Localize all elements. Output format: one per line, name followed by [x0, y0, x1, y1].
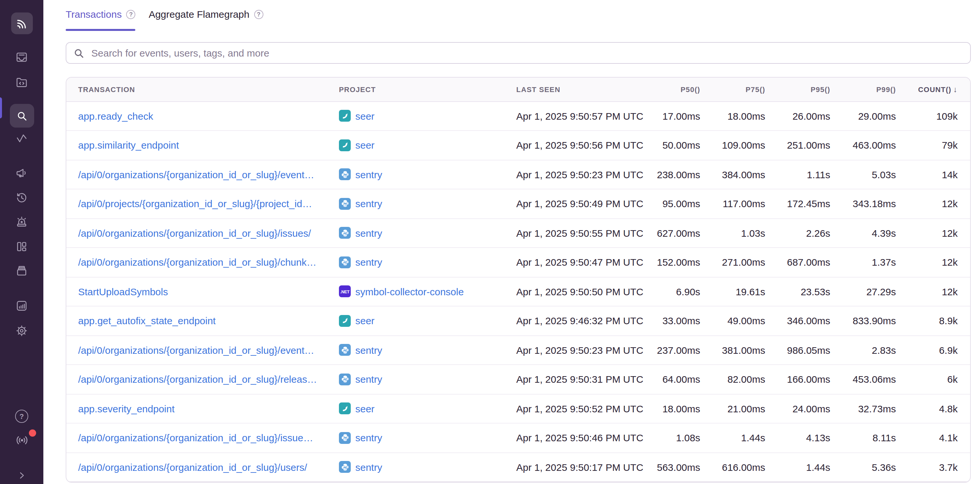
search-icon[interactable] [10, 104, 34, 128]
alerts-icon[interactable] [10, 214, 33, 231]
dashboards-icon[interactable] [10, 238, 33, 255]
tab-aggregate-flamegraph[interactable]: Aggregate Flamegraph ? [149, 8, 263, 31]
project-cell: seer [327, 139, 504, 151]
help-icon[interactable]: ? [254, 10, 263, 19]
column-header-transaction[interactable]: TRANSACTION [66, 85, 327, 93]
table-row[interactable]: /api/0/organizations/{organization_id_or… [66, 218, 970, 247]
p50-cell: 64.00ms [648, 374, 710, 385]
issues-icon[interactable] [10, 49, 33, 66]
table-row[interactable]: app.ready_check seer Apr 1, 2025 9:50:57… [66, 102, 970, 130]
table-row[interactable]: /api/0/organizations/{organization_id_or… [66, 335, 970, 364]
project-link[interactable]: sentry [355, 198, 382, 209]
table-row[interactable]: /api/0/organizations/{organization_id_or… [66, 423, 970, 452]
count-cell: 12k [905, 198, 970, 209]
transaction-link[interactable]: /api/0/organizations/{organization_id_or… [78, 374, 317, 385]
transaction-link[interactable]: StartUploadSymbols [78, 286, 168, 297]
p95-cell: 166.00ms [775, 374, 840, 385]
broadcasts-icon[interactable] [10, 431, 33, 449]
p75-cell: 1.44s [710, 432, 775, 444]
p95-cell: 26.00ms [775, 110, 840, 121]
project-link[interactable]: sentry [355, 462, 382, 473]
project-link[interactable]: sentry [355, 374, 382, 385]
column-header-p75[interactable]: P75() [710, 85, 775, 93]
last-seen-cell: Apr 1, 2025 9:50:23 PM UTC [504, 169, 648, 180]
p75-cell: 109.00ms [710, 140, 775, 151]
table-row[interactable]: app.severity_endpoint seer Apr 1, 2025 9… [66, 394, 970, 423]
transaction-cell: /api/0/organizations/{organization_id_or… [66, 257, 327, 268]
project-link[interactable]: sentry [355, 345, 382, 356]
transaction-link[interactable]: app.ready_check [78, 110, 153, 121]
transaction-link[interactable]: /api/0/projects/{organization_id_or_slug… [78, 198, 312, 209]
table-row[interactable]: /api/0/organizations/{organization_id_or… [66, 160, 970, 189]
table-row[interactable]: /api/0/organizations/{organization_id_or… [66, 364, 970, 394]
project-link[interactable]: sentry [355, 257, 382, 268]
project-link[interactable]: seer [355, 315, 374, 326]
p99-cell: 343.18ms [840, 198, 905, 209]
transaction-cell: app.get_autofix_state_endpoint [66, 315, 327, 326]
tab-transactions[interactable]: Transactions ? [66, 8, 136, 31]
search-bar[interactable] [66, 42, 971, 64]
project-link[interactable]: sentry [355, 432, 382, 444]
explore-icon[interactable] [10, 73, 33, 91]
replays-icon[interactable] [10, 189, 33, 206]
table-row[interactable]: StartUploadSymbols .NET symbol-collector… [66, 276, 970, 306]
transaction-link[interactable]: /api/0/organizations/{organization_id_or… [78, 432, 313, 444]
p99-cell: 2.83s [840, 345, 905, 356]
p50-cell: 6.90s [648, 286, 710, 297]
transaction-link[interactable]: app.get_autofix_state_endpoint [78, 315, 216, 326]
column-header-project[interactable]: PROJECT [327, 85, 504, 93]
tab-bar: Transactions ? Aggregate Flamegraph ? [66, 0, 971, 31]
count-cell: 12k [905, 228, 970, 239]
project-link[interactable]: symbol-collector-console [355, 286, 464, 297]
p95-cell: 687.00ms [775, 257, 840, 268]
p75-cell: 21.00ms [710, 403, 775, 414]
search-icon [73, 48, 84, 58]
table-row[interactable]: /api/0/organizations/{organization_id_or… [66, 452, 970, 481]
help-icon[interactable]: ? [126, 10, 136, 19]
help-icon[interactable]: ? [10, 408, 33, 425]
column-header-p95[interactable]: P95() [775, 85, 840, 93]
transaction-link[interactable]: /api/0/organizations/{organization_id_or… [78, 462, 307, 473]
transaction-link[interactable]: app.similarity_endpoint [78, 140, 179, 151]
project-link[interactable]: seer [355, 110, 374, 121]
transaction-link[interactable]: /api/0/organizations/{organization_id_or… [78, 257, 317, 268]
collapse-icon[interactable] [10, 467, 33, 484]
column-header-p99[interactable]: P99() [840, 85, 905, 93]
transaction-link[interactable]: /api/0/organizations/{organization_id_or… [78, 345, 314, 356]
p75-cell: 616.00ms [710, 462, 775, 473]
table-row[interactable]: /api/0/organizations/{organization_id_or… [66, 247, 970, 276]
p50-cell: 50.00ms [648, 140, 710, 151]
project-link[interactable]: sentry [355, 169, 382, 180]
traces-icon[interactable] [10, 130, 33, 147]
transaction-cell: app.severity_endpoint [66, 403, 327, 414]
project-platform-icon [339, 198, 351, 210]
last-seen-cell: Apr 1, 2025 9:50:31 PM UTC [504, 374, 648, 385]
project-link[interactable]: seer [355, 140, 374, 151]
settings-icon[interactable] [10, 322, 33, 339]
project-link[interactable]: sentry [355, 228, 382, 239]
table-row[interactable]: app.similarity_endpoint seer Apr 1, 2025… [66, 130, 970, 160]
releases-icon[interactable] [10, 262, 33, 280]
count-cell: 12k [905, 286, 970, 297]
project-link[interactable]: seer [355, 403, 374, 414]
project-platform-icon [339, 432, 351, 444]
transaction-link[interactable]: /api/0/organizations/{organization_id_or… [78, 169, 314, 180]
column-header-count[interactable]: COUNT()↓ [905, 85, 970, 94]
stats-icon[interactable] [10, 297, 33, 314]
search-input[interactable] [90, 47, 963, 59]
table-row[interactable]: /api/0/projects/{organization_id_or_slug… [66, 189, 970, 218]
column-header-last-seen[interactable]: LAST SEEN [504, 85, 648, 93]
count-cell: 79k [905, 140, 970, 151]
p75-cell: 49.00ms [710, 315, 775, 326]
feedback-icon[interactable] [10, 165, 33, 182]
transaction-link[interactable]: app.severity_endpoint [78, 403, 175, 414]
tab-aggregate-flamegraph-label: Aggregate Flamegraph [149, 8, 250, 20]
table-row[interactable]: app.get_autofix_state_endpoint seer Apr … [66, 306, 970, 335]
p99-cell: 463.00ms [840, 140, 905, 151]
table-body: app.ready_check seer Apr 1, 2025 9:50:57… [66, 102, 970, 481]
sentry-logo[interactable] [11, 13, 32, 34]
column-header-p50[interactable]: P50() [648, 85, 710, 93]
project-platform-icon [339, 169, 351, 181]
transaction-link[interactable]: /api/0/organizations/{organization_id_or… [78, 228, 311, 239]
p75-cell: 1.03s [710, 228, 775, 239]
